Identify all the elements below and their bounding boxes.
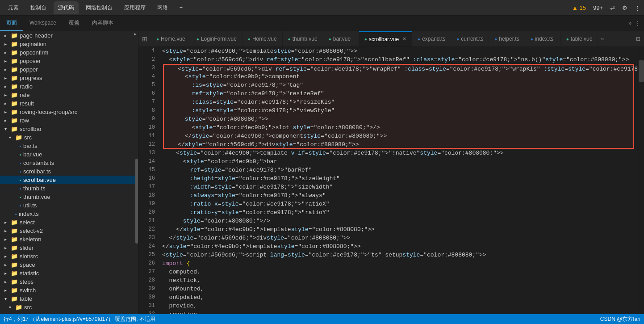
sidebar-item-popover[interactable]: ▸📁popover	[0, 57, 138, 65]
sidebar-item-rate[interactable]: ▸📁rate	[0, 91, 138, 99]
sidebar-item-bar-ts[interactable]: ▪bar.ts	[0, 142, 138, 150]
file-vue-icon: ▪	[20, 152, 21, 157]
code-line-26: import {	[162, 259, 638, 268]
sidebar-item-scrollbar-ts[interactable]: ▪scrollbar.ts	[0, 167, 138, 176]
sidebar-scroll-up[interactable]: ▲	[133, 31, 137, 36]
collapse-editor-button[interactable]: ⊟	[632, 36, 644, 42]
chrome-tab-network[interactable]: 网络	[153, 1, 172, 14]
sidebar-item-src[interactable]: ▾📁src	[0, 303, 138, 311]
tree-item-label: constants.ts	[23, 160, 54, 166]
sidebar-item-pagination[interactable]: ▸📁pagination	[0, 40, 138, 48]
sidebar-item-page-header[interactable]: ▸📁page-header	[0, 31, 138, 40]
nav-tab-content-script[interactable]: 内容脚本	[86, 16, 120, 31]
sidebar-item-row[interactable]: ▸📁row	[0, 116, 138, 125]
chrome-tab-add[interactable]: +	[175, 1, 187, 14]
sidebar-item-radio[interactable]: ▸📁radio	[0, 82, 138, 91]
tree-arrow: ▸	[4, 271, 11, 276]
editor-tab-home-vue-1[interactable]: ● Home.vue	[151, 31, 191, 47]
code-line-23: </style="color:#569cd6;">divstyle="color…	[162, 234, 638, 242]
sidebar-item-select-v2[interactable]: ▸📁select-v2	[0, 227, 138, 235]
sidebar-scrollbar-thumb	[135, 159, 138, 244]
sidebar-item-thumb-vue[interactable]: ▪thumb.vue	[0, 193, 138, 201]
sidebar-item-switch[interactable]: ▸📁switch	[0, 286, 138, 295]
split-editor-icon[interactable]: ⊞	[138, 31, 151, 47]
sidebar-item-slot-src[interactable]: ▸📁slot/src	[0, 252, 138, 261]
sidebar-item-table[interactable]: ▾📁table	[0, 295, 138, 303]
sidebar-item-roving-focus-group-src[interactable]: ▸📁roving-focus-group/src	[0, 108, 138, 116]
editor-vertical-scrollbar[interactable]	[638, 47, 644, 314]
editor-tab-home-vue-2[interactable]: ● Home.vue	[243, 31, 283, 47]
nav-tabs-bar: 页面 Workspace 覆盖 内容脚本 » ⋮	[0, 16, 644, 31]
line-number-2: 2	[138, 55, 155, 64]
code-content-area[interactable]: <style="color:#4ec9b0;">templatestyle="c…	[159, 47, 638, 314]
chrome-tab-elements[interactable]: 元素	[4, 1, 23, 14]
close-scrollbar-tab-icon[interactable]: ✕	[402, 36, 406, 42]
editor-tab-loginform-vue[interactable]: ● LoginForm.vue	[191, 31, 243, 47]
editor-tab-thumb-vue[interactable]: ● thumb.vue	[283, 31, 323, 47]
line-number-13: 13	[138, 149, 155, 157]
tree-arrow: ▸	[4, 118, 11, 123]
sidebar-item-constants-ts[interactable]: ▪constants.ts	[0, 159, 138, 167]
sidebar-item-progress[interactable]: ▸📁progress	[0, 74, 138, 82]
line-number-9: 9	[138, 115, 155, 123]
code-line-31: provide,	[162, 302, 638, 310]
sidebar-item-scrollbar-vue[interactable]: ▪scrollbar.vue	[0, 176, 138, 184]
editor-tab-current-ts[interactable]: ● current.ts	[451, 31, 489, 47]
ts-icon-3: ●	[494, 37, 497, 42]
sidebar-item-steps[interactable]: ▸📁steps	[0, 278, 138, 286]
elements-tab-label: 元素	[8, 4, 19, 12]
editor-tab-scrollbar-vue[interactable]: ● scrollbar.vue ✕	[359, 31, 412, 47]
sidebar-item-index-ts[interactable]: ▪index.ts	[0, 210, 138, 218]
sidebar-item-space[interactable]: ▸📁space	[0, 261, 138, 269]
nav-tab-page[interactable]: 页面	[0, 16, 23, 31]
chrome-tab-source[interactable]: 源代码	[54, 1, 79, 14]
sidebar-item-bar-vue[interactable]: ▪bar.vue	[0, 150, 138, 159]
chrome-tab-application[interactable]: 应用程序	[120, 1, 150, 14]
code-line-20: :ratio-y=style="color:#ce9178;">"ratioY"	[162, 208, 638, 217]
editor-tab-table-vue[interactable]: ● table.vue	[561, 31, 598, 47]
tree-item-label: popconfirm	[20, 49, 48, 56]
editor-tab-expand-ts[interactable]: ● expand.ts	[412, 31, 451, 47]
editor-tab-bar-vue[interactable]: ● bar.vue	[323, 31, 359, 47]
file-tree: ▸📁page-header▸📁pagination▸📁popconfirm▸📁p…	[0, 31, 138, 311]
sidebar-item-skeleton[interactable]: ▸📁skeleton	[0, 235, 138, 244]
tree-arrow: ▸	[4, 101, 11, 106]
split-icon: ⊞	[142, 35, 147, 42]
code-line-21: style="color:#808080;">/>	[162, 217, 638, 225]
vue-icon-5: ●	[329, 37, 331, 42]
connect-icon[interactable]: ⇄	[610, 4, 615, 11]
editor-tab-helper-ts[interactable]: ● helper.ts	[489, 31, 525, 47]
sidebar-item-util-ts[interactable]: ▪util.ts	[0, 201, 138, 210]
line-number-1: 1	[138, 47, 155, 55]
sidebar-scrollbar[interactable]	[135, 31, 138, 314]
line-number-30: 30	[138, 293, 155, 302]
sidebar-item-src[interactable]: ▾📁src	[0, 133, 138, 142]
tree-arrow: ▸	[4, 245, 11, 250]
tab-overflow-button[interactable]: »	[598, 36, 606, 42]
status-bar-right: CSDN @东方fan	[600, 316, 640, 323]
sidebar-item-result[interactable]: ▸📁result	[0, 99, 138, 108]
editor-tab-index-ts[interactable]: ● index.ts	[525, 31, 561, 47]
sidebar-item-scrollbar[interactable]: ▾📁scrollbar	[0, 125, 138, 133]
tree-item-label: radio	[20, 83, 33, 90]
sidebar-item-statistic[interactable]: ▸📁statistic	[0, 269, 138, 278]
notification-count: 99+	[593, 4, 603, 11]
sidebar-item-popconfirm[interactable]: ▸📁popconfirm	[0, 48, 138, 57]
nav-overflow-icon[interactable]: »	[628, 20, 631, 26]
sidebar-item-slider[interactable]: ▸📁slider	[0, 244, 138, 252]
nav-menu-icon[interactable]: ⋮	[635, 20, 640, 26]
editor-scrollbar-thumb	[639, 60, 644, 82]
sidebar-item-select[interactable]: ▸📁select	[0, 218, 138, 227]
chrome-tab-console[interactable]: 控制台	[26, 1, 51, 14]
sidebar-item-popper[interactable]: ▸📁popper	[0, 65, 138, 74]
nav-tab-workspace[interactable]: Workspace	[23, 16, 63, 31]
folder-icon: 📁	[11, 236, 18, 243]
code-line-17: :width=style="color:#ce9178;">"sizeWidth…	[162, 183, 638, 191]
settings-icon[interactable]: ⚙	[622, 4, 627, 11]
chrome-tab-network-console[interactable]: 网络控制台	[81, 1, 117, 14]
menu-icon[interactable]: ⋮	[635, 4, 640, 11]
sidebar-item-thumb-ts[interactable]: ▪thumb.ts	[0, 184, 138, 193]
nav-tab-override[interactable]: 覆盖	[63, 16, 86, 31]
folder-icon: 📁	[11, 58, 18, 64]
line-number-3: 3	[138, 64, 155, 72]
